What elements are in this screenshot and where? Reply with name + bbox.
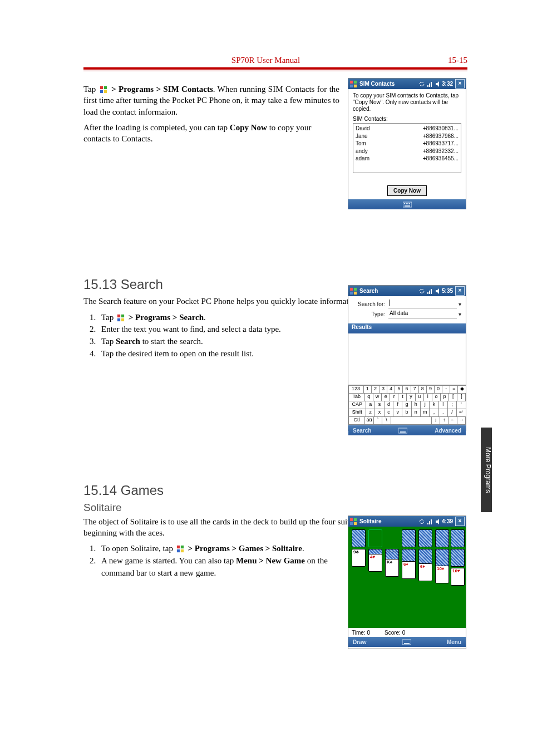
sip-key[interactable]: - (442, 385, 450, 394)
sip-key[interactable]: Ctl (348, 416, 366, 425)
sip-key[interactable]: m (420, 409, 430, 417)
tableau-back[interactable] (435, 549, 449, 567)
sip-key[interactable]: 9 (426, 385, 435, 394)
close-button[interactable]: × (455, 286, 465, 296)
sip-key[interactable]: ` (373, 416, 382, 425)
sip-key[interactable]: CAP (348, 401, 367, 409)
sip-key[interactable]: r (390, 393, 398, 401)
foundation-4[interactable] (451, 529, 465, 547)
tableau-card[interactable]: 4♥ (368, 554, 382, 572)
sip-key[interactable]: t (398, 393, 407, 401)
searchfor-input[interactable] (388, 300, 457, 308)
sip-key[interactable]: 0 (434, 385, 442, 394)
sip-key[interactable]: y (406, 393, 415, 401)
sip-key[interactable]: → (457, 416, 466, 425)
sip-key[interactable]: j (420, 401, 430, 409)
copy-now-button[interactable]: Copy Now (387, 185, 427, 196)
sip-key[interactable]: i (423, 393, 432, 401)
solitaire-board[interactable]: 9♣4♥K♠6♦6♦10♦10♥ (348, 527, 466, 628)
sip-key[interactable]: . (438, 409, 448, 417)
sip-key[interactable]: ↵ (456, 409, 466, 417)
sip-key[interactable]: d (384, 401, 393, 409)
sip-key[interactable]: 6 (402, 385, 411, 394)
soft-key-advanced[interactable]: Advanced (435, 428, 461, 434)
sip-key[interactable]: c (384, 409, 393, 417)
sip-key[interactable]: n (411, 409, 421, 417)
sip-key[interactable]: q (364, 393, 373, 401)
list-item[interactable]: andy+886932332... (356, 148, 459, 155)
start-icon[interactable] (349, 80, 357, 88)
tableau-card[interactable]: 9♣ (352, 549, 366, 567)
sip-key[interactable] (391, 416, 432, 425)
list-item[interactable]: Tom+886933717... (356, 140, 459, 148)
sip-key[interactable]: ↓ (431, 416, 440, 425)
foundation-2[interactable] (418, 529, 432, 547)
soft-keyboard[interactable]: 1231234567890-=◆ Tabqwertyuiop[] CAPasdf… (348, 385, 466, 425)
close-button[interactable]: × (455, 517, 465, 526)
dropdown-icon[interactable]: ▾ (457, 301, 462, 307)
sip-key[interactable]: 123 (348, 385, 364, 394)
sip-key[interactable]: k (429, 401, 438, 409)
sip-key[interactable]: x (374, 409, 384, 417)
sip-key[interactable]: ] (457, 393, 466, 401)
sip-key[interactable]: w (373, 393, 382, 401)
sip-key[interactable]: áü (364, 416, 373, 425)
dropdown-icon[interactable]: ▾ (457, 311, 462, 317)
sip-key[interactable]: ; (447, 401, 457, 409)
sip-key[interactable]: [ (448, 393, 457, 401)
keyboard-icon[interactable] (402, 639, 411, 645)
sip-key[interactable]: 7 (411, 385, 419, 394)
sip-key[interactable]: u (415, 393, 424, 401)
close-button[interactable]: × (455, 79, 465, 89)
sip-key[interactable]: f (393, 401, 402, 409)
sip-key[interactable]: b (402, 409, 411, 417)
stock-pile[interactable] (352, 529, 366, 547)
soft-key-draw[interactable]: Draw (353, 639, 366, 645)
foundation-1[interactable] (402, 529, 416, 547)
keyboard-icon[interactable] (403, 201, 412, 208)
sip-key[interactable]: 8 (418, 385, 427, 394)
list-item[interactable]: Jane+886937966... (356, 132, 459, 140)
tableau-back[interactable] (451, 549, 465, 567)
sip-key[interactable]: ← (448, 416, 457, 425)
foundation-3[interactable] (435, 529, 449, 547)
sip-key[interactable]: , (429, 409, 438, 417)
sip-key[interactable]: o (432, 393, 441, 401)
sip-key[interactable]: a (366, 401, 375, 409)
tableau-card[interactable]: 10♦ (435, 566, 449, 583)
sip-key[interactable]: ' (456, 401, 466, 409)
sip-key[interactable]: 1 (363, 385, 372, 394)
sip-key[interactable]: Shift (348, 409, 367, 417)
tableau-card[interactable]: 10♥ (451, 568, 465, 586)
sip-key[interactable]: ◆ (457, 385, 466, 394)
keyboard-icon[interactable] (398, 427, 407, 434)
sip-key[interactable]: 4 (387, 385, 395, 394)
sip-key[interactable]: v (393, 409, 402, 417)
soft-key-menu[interactable]: Menu (447, 639, 461, 645)
type-input[interactable]: All data (388, 310, 457, 318)
list-item[interactable]: David+886930831... (356, 125, 459, 132)
sip-key[interactable]: / (447, 409, 457, 417)
sip-key[interactable]: g (402, 401, 411, 409)
start-icon[interactable] (349, 287, 357, 295)
sip-key[interactable]: Tab (348, 393, 365, 401)
sip-key[interactable]: s (374, 401, 384, 409)
sip-key[interactable]: ↑ (440, 416, 448, 425)
list-item[interactable]: adam+886936455... (356, 155, 459, 163)
results-list[interactable] (348, 333, 466, 385)
sip-key[interactable]: e (381, 393, 390, 401)
sip-key[interactable]: 3 (379, 385, 387, 394)
sim-contact-list[interactable]: David+886930831... Jane+886937966... Tom… (353, 123, 461, 173)
soft-key-search[interactable]: Search (353, 428, 371, 434)
sip-key[interactable]: p (440, 393, 449, 401)
sip-key[interactable]: 5 (395, 385, 403, 394)
sip-key[interactable]: 2 (371, 385, 379, 394)
sip-key[interactable]: = (450, 385, 458, 394)
waste-slot[interactable] (368, 529, 382, 547)
sip-key[interactable]: h (411, 401, 421, 409)
sip-key[interactable]: z (366, 409, 375, 417)
tableau-card[interactable]: 6♦ (418, 563, 432, 581)
start-icon[interactable] (349, 518, 357, 526)
sip-key[interactable]: l (438, 401, 448, 409)
sip-key[interactable]: \ (382, 416, 391, 425)
